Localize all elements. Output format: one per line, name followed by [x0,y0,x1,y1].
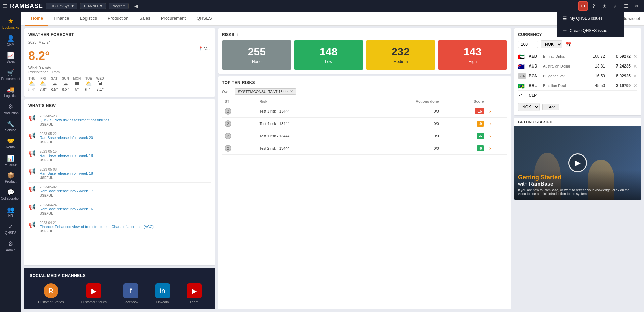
base-currency-select[interactable]: NOK [541,40,562,48]
risk-name: Test 4 risk - 13444 [260,122,290,126]
news-link-0[interactable]: QHSES: New risk assessment possibilities [40,118,211,122]
currency-remove-bgn[interactable]: ✕ [633,73,637,79]
hamburger-icon[interactable]: ☰ [3,3,7,9]
top-risks-widget: TOP TEN RISKS Owner SYSTEMCONSULTANT 134… [218,76,511,309]
news-item-2: 📢 2023-05-15 RamBase release info - week… [28,147,211,165]
currency-row-bgn: BGN BGN Bulgarian lev 16.59 6.02925 ✕ [518,71,637,81]
tab-finance[interactable]: Finance [48,12,74,26]
news-link-4[interactable]: RamBase release info - week 17 [40,189,211,193]
actions-done: 0/0 [434,109,439,113]
news-link-6[interactable]: Finance: Enhanced view of tree structure… [40,225,211,229]
currency-name-bgn: Bulgarian lev [543,74,584,78]
video-description: If you are new to RamBase, or want to re… [518,188,637,196]
social-linkedin[interactable]: in LinkedIn [155,283,170,304]
news-link-3[interactable]: RamBase release info - week 18 [40,171,211,175]
currency-remove-brl[interactable]: ✕ [633,83,637,88]
tab-procurement[interactable]: Procurement [156,12,191,26]
video-player[interactable]: ▶ Getting Started with RamBase If you ar… [514,126,641,200]
risk-box-low: 148 Low [294,40,364,70]
facebook-icon: f [123,283,138,298]
social-rambase[interactable]: R Customer Stories [38,283,64,304]
risks-header: RISKS ℹ [222,32,507,37]
sidebar-item-crm[interactable]: 👤 CRM [0,32,21,49]
play-button[interactable]: ▶ [568,153,587,172]
social-youtube-customer[interactable]: ▶ Customer Stories [81,283,107,304]
current-temperature: 8.2° [28,49,50,63]
top-navigation: ☰ RAMBASE JHC DevSys ▼ TEM-NO ▼ Program … [0,0,644,12]
qhses-dropdown-menu: ☰ My QHSES issues ☰ Create QHSES issue [557,12,624,37]
whats-new-widget: WHAT'S NEW 📢 2023-05-23 QHSES: New risk … [24,99,215,265]
linkedin-icon: in [155,283,170,298]
risk-score-badge: -15 [475,108,484,114]
tab-production[interactable]: Production [102,12,134,26]
table-row: 2 Test 4 risk - 13444 0/0 -9 › [222,118,507,130]
sidebar-item-rental[interactable]: 🤝 Rental [0,135,21,152]
risk-box-high: 143 High [438,40,507,70]
sidebar-item-hr[interactable]: 👥 HR [0,203,21,220]
actions-done: 0/0 [434,122,439,126]
menu-icon[interactable]: ☰ [621,1,631,11]
calendar-icon[interactable]: 📅 [565,41,572,48]
sidebar-item-production[interactable]: ⚙ Production [0,100,21,118]
sidebar-item-collaboration[interactable]: 💬 Collaboration [0,186,21,203]
risk-status-badge: 2 [225,145,231,152]
add-currency-button[interactable]: + Add [542,104,559,110]
sidebar-item-bookmarks[interactable]: ★ Bookmarks [0,15,21,32]
risk-arrow-icon[interactable]: › [489,145,491,151]
news-link-1[interactable]: RamBase release info - week 20 [40,136,211,140]
add-currency-select[interactable]: NOK [518,103,540,111]
sidebar-item-service[interactable]: 🔧 Service [0,118,21,135]
sidebar-item-admin[interactable]: ⚙ Admin [0,237,21,255]
sidebar-item-qhses[interactable]: ✓ QHSES [0,220,21,237]
social-youtube-learn[interactable]: ▶ Learn [187,283,202,304]
currency-amount-input[interactable] [518,41,538,48]
mail-icon[interactable]: ✉ [632,1,641,11]
currency-remove-aed[interactable]: ✕ [633,54,637,59]
risks-title: RISKS [222,32,234,37]
tab-home[interactable]: Home [25,12,48,26]
tab-sales[interactable]: Sales [134,12,156,26]
risk-arrow-icon[interactable]: › [489,108,491,114]
sidebar-item-procurement[interactable]: 🛒 Procurement [0,66,21,83]
risk-name: Test 2 risk - 13444 [260,146,290,150]
table-row: 2 Test 1 risk - 13444 0/0 -6 › [222,130,507,142]
currency-code-brl: BRL [529,83,540,88]
weather-day-thu: THU ⛅ 5.4° [28,77,35,93]
weather-days: THU ⛅ 5.4° FRI ⛅ 7.8° SAT ☁ 8.5° [28,77,211,93]
my-qhses-issues-item[interactable]: ☰ My QHSES issues [557,12,624,25]
sidebar-item-logistics[interactable]: 🚚 Logistics [0,83,21,100]
environment-selector[interactable]: TEM-NO ▼ [80,3,106,9]
sidebar-label-sales: Sales [6,60,15,63]
news-link-2[interactable]: RamBase release info - week 19 [40,153,211,158]
create-qhses-issue-item[interactable]: ☰ Create QHSES issue [557,25,624,37]
info-icon[interactable]: ℹ [236,32,238,37]
risk-arrow-icon[interactable]: › [489,121,491,126]
tab-bar: Home Finance Logistics Production Sales … [21,12,644,26]
social-facebook[interactable]: f Facebook [123,283,138,304]
sidebar-item-finance[interactable]: 📊 Finance [0,152,21,169]
favorites-icon[interactable]: ★ [600,1,609,11]
news-link-5[interactable]: RamBase release info - week 16 [40,207,211,211]
back-icon[interactable]: ◀ [131,1,141,11]
sidebar-item-product[interactable]: 📦 Product [0,169,21,186]
whats-new-title: WHAT'S NEW [28,103,211,108]
help-icon[interactable]: ? [589,1,598,11]
risk-arrow-icon[interactable]: › [489,133,491,139]
currency-remove-aud[interactable]: ✕ [633,63,637,69]
news-icon: 📢 [28,221,36,228]
sidebar-item-sales[interactable]: 📈 Sales [0,49,21,66]
video-text-overlay: Getting Started with RamBase If you are … [514,170,641,200]
share-icon[interactable]: ⇗ [610,1,620,11]
program-selector[interactable]: Program [109,3,129,9]
tab-logistics[interactable]: Logistics [74,12,102,26]
company-selector[interactable]: JHC DevSys ▼ [46,3,77,9]
sidebar-label-collaboration: Collaboration [1,197,21,200]
settings-icon[interactable]: ⚙ [578,1,588,11]
currency-val1-aed: 168.72 [587,54,605,59]
actions-done: 0/0 [434,134,439,138]
filter-close-icon[interactable]: ✕ [290,89,293,94]
sidebar-label-crm: CRM [7,43,15,46]
tab-qhses[interactable]: QHSES [191,12,217,26]
right-column: CURRENCY NOK 📅 🇦🇪 AED Emirati Dirham [514,28,641,309]
create-icon: ☰ [562,28,567,33]
